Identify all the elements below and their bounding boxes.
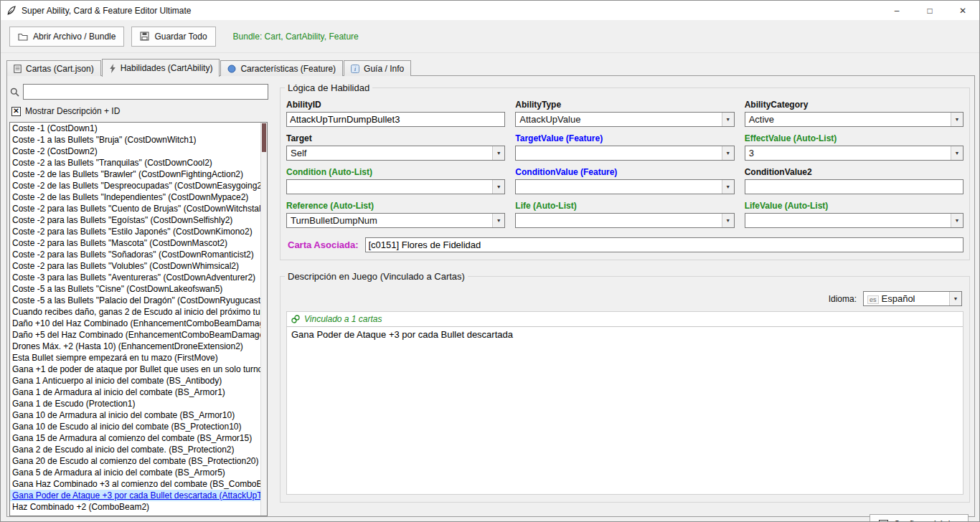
target-value-select[interactable]: ▼ [515,146,734,161]
list-item[interactable]: Coste -1 (CostDown1) [10,123,260,134]
list-item[interactable]: Esta Bullet siempre empezará en tu mazo … [10,352,260,364]
chevron-down-icon: ▼ [951,146,963,160]
list-item[interactable]: Gana 1 de Escudo (Protection1) [10,398,260,409]
list-item[interactable]: Coste -2 de las Bullets "Despreocupadas"… [10,180,260,191]
chevron-down-icon: ▼ [492,146,504,160]
field-condition: Condition (Auto-List) ▼ [286,167,505,194]
field-ability-id: AbilityID [286,100,505,127]
app-window: Super Ability, Card & Feature Editor Ult… [0,0,980,522]
minimize-button[interactable]: – [880,1,913,20]
list-item[interactable]: Coste -2 a las Bullets "Tranquilas" (Cos… [10,157,260,169]
field-condition-value: ConditionValue (Feature) ▼ [515,167,734,194]
list-item[interactable]: Gana 2 de Escudo al inicio del combate. … [10,444,260,455]
list-item[interactable]: Haz Combinado +2 (ComboBeam2) [10,501,260,513]
list-item[interactable]: Coste -3 para las Bullets "Aventureras" … [10,272,260,283]
linked-card-label: Carta Asociada: [288,239,359,250]
search-input[interactable] [23,84,268,100]
logic-fields-grid: AbilityID AbilityType AttackUpValue ▼ Ab… [286,100,963,228]
list-item[interactable]: Coste -5 a las Bullets "Palacio del Drag… [10,295,260,306]
language-select[interactable]: esEspañol ▼ [863,291,962,306]
ability-editor: Lógica de Habilidad AbilityID AbilityTyp… [274,76,974,516]
tab-habilidades[interactable]: Habilidades (CartAbility) [102,59,220,77]
maximize-button[interactable]: □ [913,1,946,20]
list-item[interactable]: Gana 5 de Armadura al inicio del combate… [10,467,260,478]
description-panel: Vinculado a 1 cartas Gana Poder de Ataqu… [286,311,963,495]
field-reference: Reference (Auto-List) TurnBulletDumpNum … [286,201,505,228]
list-item[interactable]: Coste -2 para las Bullets "Volubles" (Co… [10,260,260,272]
list-item[interactable]: Coste -2 para las Bullets "Estilo Japoné… [10,226,260,237]
life-value-select[interactable]: ▼ [745,213,963,228]
language-value: Español [882,293,915,304]
list-item[interactable]: Coste -2 de las Bullets "Independientes"… [10,191,260,203]
list-item[interactable]: Coste -1 a las Bullets "Bruja" (CostDown… [10,134,260,146]
effect-value-select[interactable]: 3 ▼ [745,146,963,161]
chevron-down-icon: ▼ [722,180,734,194]
confirm-row: ✓ Confirmar Lógica [280,514,970,522]
list-scrollbar[interactable] [260,123,267,516]
field-label: EffectValue (Auto-List) [745,133,963,143]
field-life-value: LifeValue (Auto-List) ▼ [745,201,963,228]
card-icon [14,65,22,73]
list-item[interactable]: Gana 10 de Escudo al inicio del combate … [10,421,260,432]
tab-caracteristicas[interactable]: Características (Feature) [220,60,343,76]
list-item[interactable]: Gana +1 de poder de ataque por Bullet qu… [10,364,260,375]
chevron-down-icon: ▼ [492,214,504,227]
list-item[interactable]: Gana 1 de Armadura al inicio del combate… [10,386,260,398]
list-item[interactable]: Gana 20 de Escudo al comienzo del combat… [10,455,260,467]
list-item[interactable]: Gana 10 de Armadura al inicio del combat… [10,409,260,421]
field-target-value: TargetValue (Feature) ▼ [515,133,734,161]
tab-label: Características (Feature) [240,64,336,74]
field-label: Reference (Auto-List) [286,201,505,211]
bundle-status: Bundle: Cart, CartAbility, Feature [233,32,359,42]
chevron-down-icon: ▼ [949,292,961,305]
list-item[interactable]: Gana 1 Anticuerpo al inicio del combate … [10,375,260,386]
list-item[interactable]: Daño +5 del Haz Combinado (EnhancementCo… [10,329,260,341]
chevron-down-icon: ▼ [951,113,963,126]
target-select[interactable]: Self ▼ [286,146,505,161]
show-description-checkbox[interactable]: ✕ [11,107,21,116]
list-item[interactable]: Coste -2 de las Bullets "Brawler" (CostD… [10,169,260,180]
filter-checkbox-row: ✕ Mostrar Descripción + ID [11,105,268,117]
tab-cartas[interactable]: Cartas (Cart.json) [6,60,101,76]
list-item[interactable]: Coste -2 para las Bullets "Egoístas" (Co… [10,214,260,226]
ability-type-select[interactable]: AttackUpValue ▼ [515,112,734,127]
tab-label: Cartas (Cart.json) [26,64,94,74]
save-all-button[interactable]: Guardar Todo [131,27,215,47]
confirm-logic-label: Confirmar Lógica [894,519,959,522]
tab-label: Guía / Info [364,64,404,74]
chevron-down-icon: ▼ [951,214,963,227]
description-textarea[interactable]: Gana Poder de Ataque +3 por cada Bullet … [287,326,963,494]
ability-category-select[interactable]: Active ▼ [745,112,963,127]
condition-value2-input[interactable] [745,179,963,194]
field-life: Life (Auto-List) ▼ [515,201,734,228]
list-item[interactable]: Coste -2 (CostDown2) [10,146,260,157]
show-description-label: Mostrar Descripción + ID [25,106,120,116]
list-item[interactable]: Coste -2 para las Bullets "Mascota" (Cos… [10,237,260,249]
list-item[interactable]: Daño +10 del Haz Combinado (EnhancementC… [10,318,260,329]
maximize-icon: □ [927,6,932,16]
list-item[interactable]: Coste -2 para las Bullets "Cuento de Bru… [10,203,260,214]
list-item[interactable]: Drones Máx. +2 (Hasta 10) (EnhancementDr… [10,341,260,352]
confirm-logic-button[interactable]: ✓ Confirmar Lógica [870,514,969,522]
reference-select[interactable]: TurnBulletDumpNum ▼ [286,213,505,228]
list-item[interactable]: Gana 15 de Armadura al comienzo del comb… [10,432,260,444]
list-item[interactable]: Gana Haz Combinado +3 al comienzo del co… [10,478,260,490]
field-condition-value2: ConditionValue2 [745,167,963,194]
list-item[interactable]: Coste -2 para las Bullets "Soñadoras" (C… [10,249,260,260]
life-select[interactable]: ▼ [515,213,734,228]
condition-value-select[interactable]: ▼ [515,179,734,194]
close-button[interactable]: ✕ [946,1,979,20]
field-label: AbilityID [286,100,505,110]
titlebar: Super Ability, Card & Feature Editor Ult… [1,1,979,20]
chevron-down-icon: ▼ [722,214,734,227]
list-item[interactable]: Gana Poder de Ataque +3 por cada Bullet … [10,490,260,501]
tab-guia-info[interactable]: i Guía / Info [344,60,411,76]
field-ability-category: AbilityCategory Active ▼ [745,100,963,127]
condition-select[interactable]: ▼ [286,179,505,194]
list-scrollbar-thumb[interactable] [262,123,266,152]
linked-card-input[interactable] [365,237,964,252]
ability-id-input[interactable] [286,112,505,127]
list-item[interactable]: Coste -5 a las Bullets "Cisne" (CostDown… [10,283,260,295]
list-item[interactable]: Cuando recibes daño, ganas 2 de Escudo a… [10,306,260,318]
open-file-button[interactable]: Abrir Archivo / Bundle [9,27,124,47]
